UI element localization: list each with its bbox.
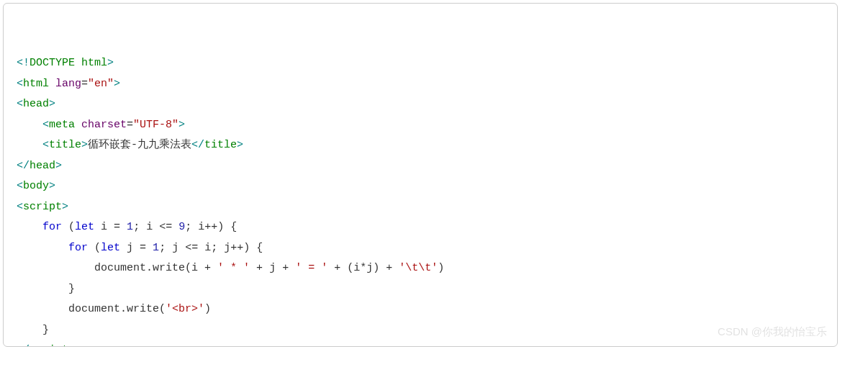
code-line: <head>: [17, 94, 824, 115]
code-block: <!DOCTYPE html><html lang="en"><head> <m…: [3, 3, 838, 347]
code-content: <!DOCTYPE html><html lang="en"><head> <m…: [17, 53, 824, 347]
code-line: }: [17, 279, 824, 300]
watermark: CSDN @你我的怡宝乐: [718, 322, 827, 343]
code-line: document.write(i + ' * ' + j + ' = ' + (…: [17, 258, 824, 279]
code-line: <script>: [17, 197, 824, 218]
code-line: </script>: [17, 340, 824, 347]
code-line: <body>: [17, 176, 824, 197]
code-line: for (let i = 1; i <= 9; i++) {: [17, 217, 824, 238]
code-line: <meta charset="UTF-8">: [17, 115, 824, 136]
code-line: }: [17, 320, 824, 341]
code-line: document.write('<br>'): [17, 299, 824, 320]
code-line: <title>循环嵌套-九九乘法表</title>: [17, 135, 824, 156]
code-line: <!DOCTYPE html>: [17, 53, 824, 74]
code-line: for (let j = 1; j <= i; j++) {: [17, 238, 824, 259]
code-line: <html lang="en">: [17, 74, 824, 95]
code-line: </head>: [17, 156, 824, 177]
